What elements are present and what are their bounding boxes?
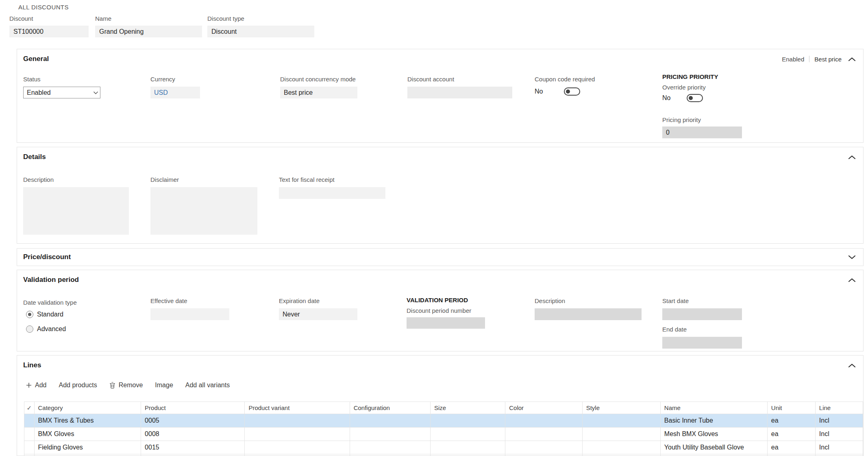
cell-size[interactable] bbox=[430, 441, 505, 454]
description-textarea[interactable] bbox=[23, 187, 129, 235]
cell-product[interactable]: 0008 bbox=[141, 428, 245, 441]
period-description-field[interactable] bbox=[535, 308, 642, 320]
row-select-cell[interactable] bbox=[24, 428, 35, 441]
column-header[interactable]: Unit bbox=[767, 402, 815, 414]
discount-period-number-field[interactable] bbox=[407, 317, 485, 329]
column-header[interactable]: Configuration bbox=[350, 402, 430, 414]
discount-id-field[interactable]: ST100000 bbox=[9, 26, 89, 37]
cell-style[interactable] bbox=[582, 454, 660, 456]
cell-configuration[interactable] bbox=[350, 454, 430, 456]
cell-configuration[interactable] bbox=[350, 414, 430, 428]
lines-section-title[interactable]: Lines bbox=[23, 361, 41, 369]
cell-name[interactable] bbox=[660, 454, 767, 456]
cell-size[interactable] bbox=[430, 414, 505, 428]
add-all-variants-button[interactable]: Add all variants bbox=[185, 382, 230, 389]
expand-section-button[interactable] bbox=[848, 255, 856, 260]
cell-color[interactable] bbox=[505, 454, 582, 456]
cell-product[interactable]: 0005 bbox=[141, 414, 245, 428]
cell-color[interactable] bbox=[505, 441, 582, 454]
effective-date-field-group: Effective date bbox=[150, 297, 229, 320]
cell-unit[interactable] bbox=[767, 454, 815, 456]
radio-standard[interactable]: Standard bbox=[26, 311, 63, 318]
column-header[interactable]: Name bbox=[660, 402, 767, 414]
cell-category[interactable]: Fielding Gloves bbox=[34, 441, 141, 454]
cell-line[interactable]: Incl bbox=[815, 441, 863, 454]
validation-period-section-title[interactable]: Validation period bbox=[23, 276, 79, 284]
discount-name-field[interactable]: Grand Opening bbox=[95, 26, 202, 37]
column-header[interactable]: Style bbox=[582, 402, 660, 414]
cell-name[interactable]: Youth Utility Baseball Glove bbox=[660, 441, 767, 454]
cell-color[interactable] bbox=[505, 414, 582, 428]
cell-unit[interactable]: ea bbox=[767, 414, 815, 428]
cell-line[interactable]: Incl bbox=[815, 414, 863, 428]
concurrency-field[interactable]: Best price bbox=[280, 87, 357, 98]
cell-unit[interactable]: ea bbox=[767, 428, 815, 441]
fiscal-receipt-field[interactable] bbox=[279, 187, 385, 199]
column-header[interactable]: Product variant bbox=[245, 402, 350, 414]
override-priority-toggle[interactable] bbox=[687, 94, 703, 102]
table-row[interactable]: BMX Tires & Tubes0005Basic Inner TubeeaI… bbox=[24, 414, 863, 428]
radio-advanced[interactable]: Advanced bbox=[26, 325, 66, 333]
start-date-field[interactable] bbox=[662, 308, 742, 320]
general-section-title[interactable]: General bbox=[23, 55, 49, 63]
column-header[interactable]: Line bbox=[815, 402, 863, 414]
cell-color[interactable] bbox=[505, 428, 582, 441]
currency-field[interactable]: USD bbox=[150, 87, 200, 98]
remove-button[interactable]: Remove bbox=[109, 382, 143, 389]
cell-name[interactable]: Mesh BMX Gloves bbox=[660, 428, 767, 441]
pricing-priority-field[interactable]: 0 bbox=[662, 127, 742, 138]
cell-product[interactable] bbox=[141, 454, 245, 456]
column-header[interactable]: Category bbox=[34, 402, 141, 414]
cell-product-variant[interactable] bbox=[245, 454, 350, 456]
disclaimer-textarea[interactable] bbox=[150, 187, 257, 235]
collapse-section-button[interactable] bbox=[848, 363, 856, 368]
cell-size[interactable] bbox=[430, 428, 505, 441]
override-priority-label: Override priority bbox=[662, 83, 742, 92]
column-header[interactable]: Product bbox=[141, 402, 245, 414]
breadcrumb[interactable]: ALL DISCOUNTS bbox=[18, 4, 69, 11]
cell-style[interactable] bbox=[582, 414, 660, 428]
discount-account-field[interactable] bbox=[407, 87, 512, 98]
coupon-toggle[interactable] bbox=[564, 87, 580, 96]
radio-button-icon[interactable] bbox=[26, 325, 33, 333]
details-section-title[interactable]: Details bbox=[23, 153, 46, 161]
discount-type-field[interactable]: Discount bbox=[207, 26, 314, 37]
cell-unit[interactable]: ea bbox=[767, 441, 815, 454]
cell-size[interactable] bbox=[430, 454, 505, 456]
row-select-cell[interactable] bbox=[24, 441, 35, 454]
add-button[interactable]: Add bbox=[26, 382, 46, 389]
row-select-cell[interactable] bbox=[24, 454, 35, 456]
radio-button-checked-icon[interactable] bbox=[26, 311, 33, 318]
add-products-button[interactable]: Add products bbox=[59, 382, 97, 389]
cell-configuration[interactable] bbox=[350, 428, 430, 441]
cell-name[interactable]: Basic Inner Tube bbox=[660, 414, 767, 428]
cell-line[interactable] bbox=[815, 454, 863, 456]
column-header[interactable]: Size bbox=[430, 402, 505, 414]
table-row[interactable] bbox=[24, 454, 863, 456]
collapse-section-button[interactable] bbox=[848, 57, 856, 61]
cell-product-variant[interactable] bbox=[245, 441, 350, 454]
image-button[interactable]: Image bbox=[155, 382, 173, 389]
cell-style[interactable] bbox=[582, 428, 660, 441]
column-header[interactable]: Color bbox=[505, 402, 582, 414]
cell-category[interactable] bbox=[34, 454, 141, 456]
table-row[interactable]: BMX Gloves0008Mesh BMX GloveseaIncl bbox=[24, 428, 863, 441]
cell-category[interactable]: BMX Tires & Tubes bbox=[34, 414, 141, 428]
effective-date-field[interactable] bbox=[150, 308, 229, 320]
cell-line[interactable]: Incl bbox=[815, 428, 863, 441]
end-date-field[interactable] bbox=[662, 337, 742, 349]
collapse-section-button[interactable] bbox=[848, 278, 856, 282]
cell-product-variant[interactable] bbox=[245, 428, 350, 441]
row-select-cell[interactable] bbox=[24, 414, 35, 428]
expiration-date-field[interactable]: Never bbox=[279, 308, 357, 320]
price-discount-section-title[interactable]: Price/discount bbox=[23, 253, 71, 261]
table-row[interactable]: Fielding Gloves0015Youth Utility Basebal… bbox=[24, 441, 863, 454]
cell-product-variant[interactable] bbox=[245, 414, 350, 428]
cell-configuration[interactable] bbox=[350, 441, 430, 454]
collapse-section-button[interactable] bbox=[848, 155, 856, 159]
cell-product[interactable]: 0015 bbox=[141, 441, 245, 454]
cell-category[interactable]: BMX Gloves bbox=[34, 428, 141, 441]
cell-style[interactable] bbox=[582, 441, 660, 454]
status-select[interactable]: Enabled bbox=[23, 87, 100, 98]
select-all-column[interactable]: ✓ bbox=[24, 402, 35, 414]
